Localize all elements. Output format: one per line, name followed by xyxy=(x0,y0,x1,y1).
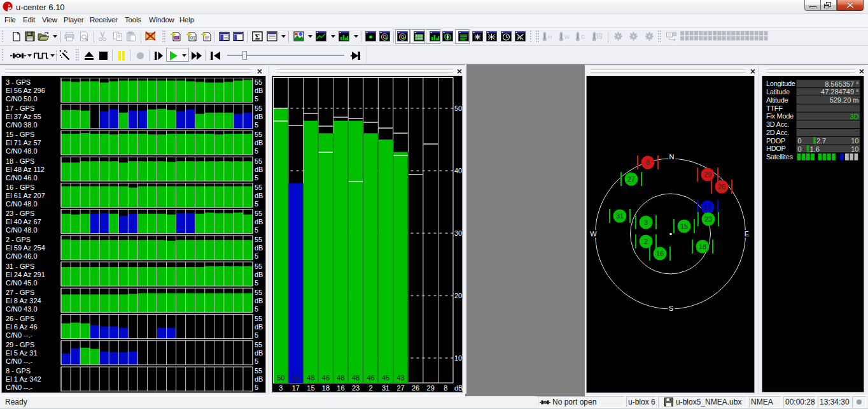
svg-text:18: 18 xyxy=(322,384,330,392)
svg-text:10: 10 xyxy=(851,137,858,145)
svg-text:Latitude: Latitude xyxy=(766,88,790,96)
svg-text:C/N0 43.0: C/N0 43.0 xyxy=(6,305,38,313)
svg-text:Σ: Σ xyxy=(255,32,260,41)
svg-text:31: 31 xyxy=(616,212,624,220)
svg-text:529.20 m: 529.20 m xyxy=(830,96,859,104)
svg-text:45: 45 xyxy=(382,374,389,382)
svg-text:29 - GPS: 29 - GPS xyxy=(6,341,34,348)
svg-text:55: 55 xyxy=(255,262,262,270)
svg-text:El 8 Az 324: El 8 Az 324 xyxy=(6,297,41,305)
svg-text:47.284749 °: 47.284749 ° xyxy=(821,88,858,96)
svg-text:18: 18 xyxy=(699,243,706,250)
svg-text:C: C xyxy=(581,34,585,40)
svg-text:El 1 Az 342: El 1 Az 342 xyxy=(6,375,41,383)
svg-text:3: 3 xyxy=(279,384,283,392)
svg-text:dB: dB xyxy=(255,349,263,357)
svg-text:C/N0 --.-: C/N0 --.- xyxy=(6,357,33,365)
svg-text:40: 40 xyxy=(454,167,462,175)
svg-text:PDOP: PDOP xyxy=(766,137,785,145)
svg-text:43: 43 xyxy=(396,374,404,382)
svg-text:dB: dB xyxy=(255,166,263,173)
svg-text:C/N0 46.0: C/N0 46.0 xyxy=(6,174,38,182)
svg-text:5: 5 xyxy=(255,174,258,182)
svg-text:C/N0 46.0: C/N0 46.0 xyxy=(6,252,38,260)
svg-text:El 6 Az 46: El 6 Az 46 xyxy=(6,323,38,331)
svg-text:W: W xyxy=(564,34,570,40)
svg-text:55: 55 xyxy=(255,341,262,348)
svg-text:29: 29 xyxy=(704,171,711,178)
svg-text:8.565357 °: 8.565357 ° xyxy=(825,80,858,88)
svg-text:5: 5 xyxy=(255,121,258,129)
svg-text:dB: dB xyxy=(255,87,263,94)
svg-text:5: 5 xyxy=(255,305,258,313)
svg-text:29: 29 xyxy=(427,384,435,392)
svg-text:C/N0 48.0: C/N0 48.0 xyxy=(6,226,38,234)
svg-text:El 48 Az 112: El 48 Az 112 xyxy=(6,166,45,173)
svg-text:55: 55 xyxy=(255,157,262,165)
svg-text:8: 8 xyxy=(444,384,447,392)
svg-text:18 - GPS: 18 - GPS xyxy=(6,157,34,165)
svg-text:Altitude: Altitude xyxy=(766,96,788,104)
svg-text:30: 30 xyxy=(454,229,462,237)
svg-text:3 - GPS: 3 - GPS xyxy=(6,78,31,86)
svg-text:23: 23 xyxy=(704,215,712,223)
svg-text:55: 55 xyxy=(255,236,262,243)
svg-text:El 56 Az 296: El 56 Az 296 xyxy=(6,87,45,94)
svg-text:S: S xyxy=(669,305,673,312)
svg-text:5: 5 xyxy=(255,95,258,103)
svg-text:1.6: 1.6 xyxy=(810,145,820,153)
svg-text:46: 46 xyxy=(367,374,374,382)
svg-text:2.7: 2.7 xyxy=(816,137,826,145)
svg-text:55: 55 xyxy=(255,78,262,86)
svg-text:Longitude: Longitude xyxy=(766,80,795,87)
svg-text:dB: dB xyxy=(255,323,263,331)
svg-text:50: 50 xyxy=(454,104,462,112)
svg-text:15: 15 xyxy=(680,222,688,230)
svg-text:8: 8 xyxy=(646,159,650,166)
svg-text:E: E xyxy=(745,230,749,238)
svg-text:C/N0 45.0: C/N0 45.0 xyxy=(6,279,38,287)
svg-text:15 - GPS: 15 - GPS xyxy=(6,131,34,138)
svg-text:2: 2 xyxy=(644,238,648,245)
svg-text:El 24 Az 291: El 24 Az 291 xyxy=(6,271,45,278)
svg-text:C/N0 50.0: C/N0 50.0 xyxy=(6,95,38,103)
svg-text:El 71 Az 57: El 71 Az 57 xyxy=(6,139,41,147)
svg-text:5: 5 xyxy=(255,331,258,339)
svg-text:C/N0 48.0: C/N0 48.0 xyxy=(6,147,38,155)
svg-text:17: 17 xyxy=(292,384,300,392)
svg-text:H: H xyxy=(548,34,552,40)
svg-text:C/N0 --.-: C/N0 --.- xyxy=(6,384,33,391)
svg-text:55: 55 xyxy=(255,289,262,296)
svg-text:23: 23 xyxy=(352,384,360,392)
svg-text:46: 46 xyxy=(322,374,330,382)
svg-text:dB: dB xyxy=(255,192,263,199)
svg-text:El 61 Az 207: El 61 Az 207 xyxy=(6,192,45,199)
svg-text:8 - GPS: 8 - GPS xyxy=(6,367,31,375)
svg-text:TTFF: TTFF xyxy=(766,104,783,112)
svg-text:17 - GPS: 17 - GPS xyxy=(6,104,34,112)
svg-text:20: 20 xyxy=(454,292,462,299)
svg-text:48: 48 xyxy=(352,374,360,382)
svg-text:23 - GPS: 23 - GPS xyxy=(6,210,34,217)
svg-text:55: 55 xyxy=(255,183,262,191)
svg-text:El 40 Az 67: El 40 Az 67 xyxy=(6,218,41,226)
svg-text:dB: dB xyxy=(255,113,263,120)
svg-text:10: 10 xyxy=(851,145,858,153)
svg-text:C/N0 --.-: C/N0 --.- xyxy=(6,331,33,339)
svg-text:16 - GPS: 16 - GPS xyxy=(6,183,34,191)
svg-text:C/N0 48.0: C/N0 48.0 xyxy=(6,200,38,208)
svg-text:0: 0 xyxy=(798,145,802,153)
svg-text:27: 27 xyxy=(627,175,635,183)
svg-text:55: 55 xyxy=(255,210,262,217)
svg-text:55: 55 xyxy=(255,315,262,322)
svg-text:3D Acc.: 3D Acc. xyxy=(766,120,789,128)
svg-text:38: 38 xyxy=(292,374,300,382)
svg-text:27 - GPS: 27 - GPS xyxy=(6,289,34,296)
svg-text:5: 5 xyxy=(255,226,258,234)
svg-text:55: 55 xyxy=(255,104,262,112)
svg-text:N: N xyxy=(669,153,675,161)
svg-text:01: 01 xyxy=(190,36,195,40)
svg-text:El 59 Az 254: El 59 Az 254 xyxy=(6,244,45,252)
svg-text:48: 48 xyxy=(337,374,344,382)
svg-text:27: 27 xyxy=(396,384,404,392)
